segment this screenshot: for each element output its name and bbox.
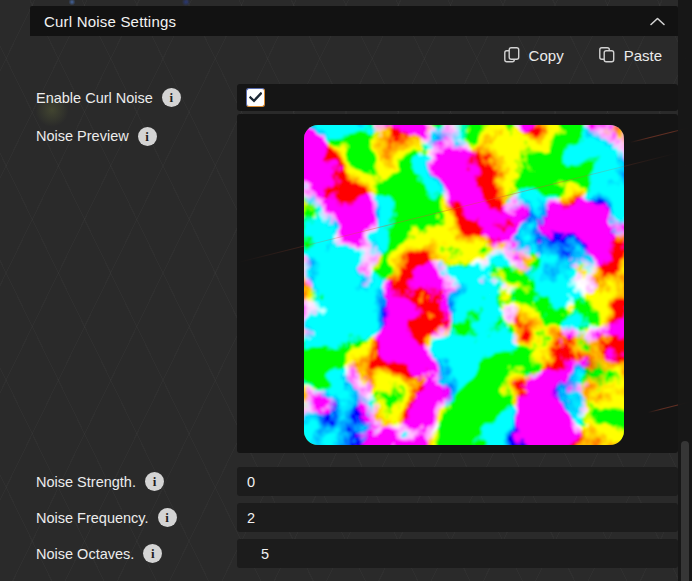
section-title: Curl Noise Settings bbox=[30, 13, 176, 30]
curl-noise-settings-panel: Curl Noise Settings Copy Paste Enable Cu… bbox=[0, 0, 692, 581]
scrollbar-track[interactable] bbox=[678, 0, 692, 581]
noise-strength-input[interactable] bbox=[237, 467, 678, 496]
noise-preview-container bbox=[237, 114, 678, 453]
info-icon[interactable]: i bbox=[138, 127, 157, 146]
noise-octaves-label-block: Noise Octaves. i bbox=[36, 539, 162, 568]
noise-strength-label: Noise Strength. bbox=[36, 474, 136, 490]
info-icon[interactable]: i bbox=[145, 472, 164, 491]
enable-curl-noise-label: Enable Curl Noise bbox=[36, 90, 153, 106]
check-icon bbox=[249, 92, 262, 103]
info-icon[interactable]: i bbox=[158, 508, 177, 527]
info-icon[interactable]: i bbox=[162, 88, 181, 107]
noise-preview-label: Noise Preview bbox=[36, 128, 129, 144]
info-icon[interactable]: i bbox=[143, 544, 162, 563]
section-header[interactable]: Curl Noise Settings bbox=[30, 6, 678, 36]
noise-frequency-label: Noise Frequency. bbox=[36, 510, 149, 526]
enable-curl-noise-checkbox[interactable] bbox=[246, 88, 265, 107]
paste-icon bbox=[598, 46, 616, 64]
noise-strength-field bbox=[237, 467, 678, 496]
noise-preview-label-block: Noise Preview i bbox=[36, 125, 157, 147]
noise-octaves-input[interactable] bbox=[237, 539, 678, 568]
enable-curl-noise-label-block: Enable Curl Noise i bbox=[36, 84, 181, 111]
scrollbar-thumb[interactable] bbox=[681, 441, 689, 581]
copy-icon bbox=[503, 46, 521, 64]
noise-octaves-field bbox=[237, 539, 678, 568]
copy-button[interactable]: Copy bbox=[503, 44, 564, 66]
noise-frequency-label-block: Noise Frequency. i bbox=[36, 503, 177, 532]
chevron-up-icon bbox=[649, 17, 666, 26]
noise-preview-image bbox=[304, 125, 624, 445]
paste-button-label: Paste bbox=[624, 47, 662, 64]
noise-octaves-label: Noise Octaves. bbox=[36, 546, 134, 562]
paste-button[interactable]: Paste bbox=[598, 44, 662, 66]
noise-strength-label-block: Noise Strength. i bbox=[36, 467, 164, 496]
copy-button-label: Copy bbox=[529, 47, 564, 64]
enable-curl-noise-field bbox=[237, 84, 678, 111]
noise-frequency-input[interactable] bbox=[237, 503, 678, 532]
copy-paste-toolbar: Copy Paste bbox=[0, 44, 670, 66]
noise-frequency-field bbox=[237, 503, 678, 532]
